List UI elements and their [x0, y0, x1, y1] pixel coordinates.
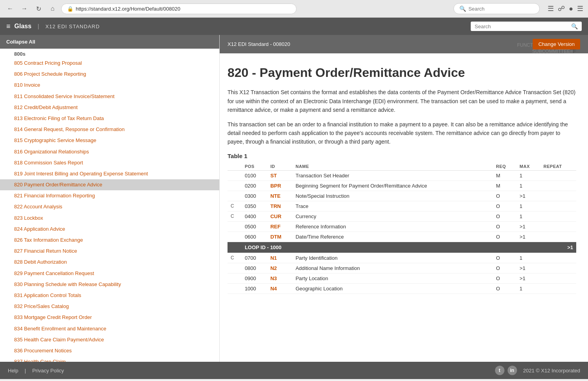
row-id[interactable]: REF: [267, 221, 292, 232]
sidebar-item-805[interactable]: 805 Contract Pricing Proposal: [0, 58, 219, 69]
loop-cond: [228, 242, 242, 253]
header-divider: |: [38, 23, 39, 29]
table-row: 0900 N3 Party Location O >1: [228, 273, 576, 283]
sidebar-item-819[interactable]: 819 Joint Interest Billing and Operating…: [0, 168, 219, 179]
row-id[interactable]: N4: [267, 283, 292, 293]
app-header: ≡ Glass | X12 EDI STANDARD 🔍: [0, 18, 588, 35]
main-layout: Collapse All 800s 805 Contract Pricing P…: [0, 35, 588, 362]
row-max: >1: [517, 221, 541, 232]
main-table: POS ID NAME REQ MAX REPEAT 0100 ST Trans…: [228, 162, 576, 294]
change-version-button[interactable]: Change Version: [533, 39, 580, 49]
table-row: 0800 N2 Additional Name Information O >1: [228, 263, 576, 273]
sidebar-item-812[interactable]: 812 Credit/Debit Adjustment: [0, 102, 219, 113]
browser-search-bar[interactable]: 🔍: [453, 3, 540, 14]
profile-icon[interactable]: ●: [569, 5, 573, 13]
linkedin-icon[interactable]: in: [508, 366, 517, 375]
table-label: Table 1: [228, 153, 576, 159]
col-cond: [228, 162, 242, 171]
sidebar-item-830[interactable]: 830 Planning Schedule with Release Capab…: [0, 279, 219, 290]
row-pos: 1000: [242, 283, 267, 293]
row-pos: 0400: [242, 211, 267, 221]
app-header-left: ≡ Glass | X12 EDI STANDARD: [6, 22, 100, 31]
privacy-policy-link[interactable]: Privacy Policy: [32, 368, 64, 374]
loop-repeat: >1: [541, 242, 576, 253]
row-max: 1: [517, 201, 541, 211]
page-title: 820 - Payment Order/Remittance Advice: [228, 65, 576, 80]
row-repeat: [541, 211, 576, 221]
sidebar-item-835[interactable]: 835 Health Care Claim Payment/Advice: [0, 334, 219, 345]
row-id[interactable]: N1: [267, 253, 292, 263]
row-cond: C: [228, 201, 242, 211]
row-pos: 0800: [242, 263, 267, 273]
back-button[interactable]: ←: [5, 3, 16, 14]
row-id[interactable]: NTE: [267, 191, 292, 201]
sidebar-item-827[interactable]: 827 Financial Return Notice: [0, 246, 219, 257]
social-icons: t in: [495, 366, 517, 375]
url-bar[interactable]: 🔒 https://standard.x12.org/Home/Default/…: [61, 4, 297, 14]
row-repeat: [541, 180, 576, 191]
sidebar-section-label: 800s: [0, 49, 219, 58]
table-body: 0100 ST Transaction Set Header M 1 0200 …: [228, 170, 576, 293]
refresh-button[interactable]: ↻: [33, 3, 44, 14]
row-name: Beginning Segment for Payment Order/Remi…: [292, 180, 493, 191]
row-req: M: [493, 180, 516, 191]
row-id[interactable]: CUR: [267, 211, 292, 221]
table-row: 0200 BPR Beginning Segment for Payment O…: [228, 180, 576, 191]
row-id[interactable]: ST: [267, 170, 292, 180]
app-title: Glass: [15, 23, 32, 30]
row-repeat: [541, 170, 576, 180]
table-row: 0600 DTM Date/Time Reference O >1: [228, 232, 576, 242]
row-pos: 0700: [242, 253, 267, 263]
sidebar-item-836[interactable]: 836 Procurement Notices: [0, 345, 219, 356]
row-name: Transaction Set Header: [292, 170, 493, 180]
browser-search-input[interactable]: [468, 6, 531, 12]
sidebar-item-811[interactable]: 811 Consolidated Service Invoice/Stateme…: [0, 91, 219, 102]
twitter-icon[interactable]: t: [495, 366, 504, 375]
sidebar-item-824[interactable]: 824 Application Advice: [0, 224, 219, 235]
sidebar-item-818[interactable]: 818 Commission Sales Report: [0, 157, 219, 168]
sidebar-item-820[interactable]: 820 Payment Order/Remittance Advice: [0, 179, 219, 190]
row-id[interactable]: TRN: [267, 201, 292, 211]
sidebar-item-831[interactable]: 831 Application Control Totals: [0, 290, 219, 301]
bookmarks-icon[interactable]: ☰: [548, 4, 554, 13]
app-search-bar[interactable]: 🔍: [471, 22, 582, 31]
row-repeat: [541, 221, 576, 232]
row-name: Geographic Location: [292, 283, 493, 293]
loop-row: LOOP ID - 1000 >1: [228, 242, 576, 253]
sidebar-item-814[interactable]: 814 General Request, Response or Confirm…: [0, 124, 219, 135]
row-id[interactable]: BPR: [267, 180, 292, 191]
menu-icon[interactable]: ☰: [577, 4, 583, 13]
sidebar-item-816[interactable]: 816 Organizational Relationships: [0, 146, 219, 157]
row-id[interactable]: DTM: [267, 232, 292, 242]
row-max: 1: [517, 253, 541, 263]
row-cond: [228, 191, 242, 201]
row-id[interactable]: N3: [267, 273, 292, 283]
row-max: >1: [517, 273, 541, 283]
sidebar-item-810[interactable]: 810 Invoice: [0, 80, 219, 91]
sidebar-item-833[interactable]: 833 Mortgage Credit Report Order: [0, 312, 219, 323]
reader-icon[interactable]: ☍: [558, 4, 565, 13]
app-search-input[interactable]: [475, 24, 569, 29]
row-req: O: [493, 232, 516, 242]
sidebar-item-832[interactable]: 832 Price/Sales Catalog: [0, 301, 219, 312]
sidebar-item-823[interactable]: 823 Lockbox: [0, 213, 219, 224]
help-link[interactable]: Help: [8, 368, 18, 374]
sidebar-item-829[interactable]: 829 Payment Cancellation Request: [0, 268, 219, 279]
hamburger-menu-icon[interactable]: ≡: [6, 22, 11, 31]
sidebar-item-822[interactable]: 822 Account Analysis: [0, 201, 219, 212]
forward-button[interactable]: →: [19, 3, 30, 14]
collapse-all-button[interactable]: Collapse All: [0, 35, 219, 49]
sidebar-item-826[interactable]: 826 Tax Information Exchange: [0, 235, 219, 246]
sidebar-item-837[interactable]: 837 Health Care Claim: [0, 356, 219, 362]
sidebar-item-834[interactable]: 834 Benefit Enrollment and Maintenance: [0, 323, 219, 334]
row-req: O: [493, 191, 516, 201]
sidebar-item-815[interactable]: 815 Cryptographic Service Message: [0, 135, 219, 146]
sidebar-item-821[interactable]: 821 Financial Information Reporting: [0, 190, 219, 201]
home-button[interactable]: ⌂: [47, 3, 58, 14]
col-pos: POS: [242, 162, 267, 171]
row-max: >1: [517, 263, 541, 273]
sidebar-item-813[interactable]: 813 Electronic Filing of Tax Return Data: [0, 113, 219, 124]
row-id[interactable]: N2: [267, 263, 292, 273]
sidebar-item-828[interactable]: 828 Debit Authorization: [0, 257, 219, 268]
sidebar-item-806[interactable]: 806 Project Schedule Reporting: [0, 69, 219, 80]
